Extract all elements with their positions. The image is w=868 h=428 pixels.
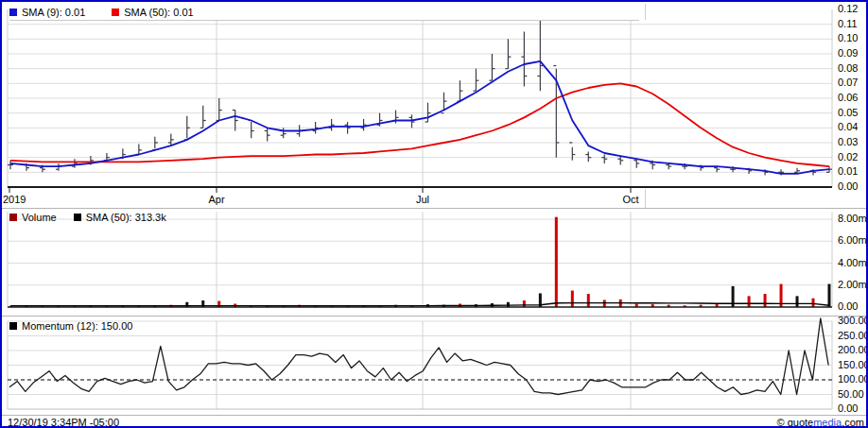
momentum-y-tick: 50.00 xyxy=(838,388,864,400)
timestamp-label: 12/30/19 3:34PM -05:00 xyxy=(8,417,119,428)
separator-price-volume xyxy=(2,208,868,209)
sma50-color-swatch-icon xyxy=(112,9,119,16)
momentum-y-tick: 300.00 xyxy=(838,315,868,326)
legend-item-volume: Volume xyxy=(9,212,57,223)
copyright-suffix: .com xyxy=(842,417,864,428)
volume-legend: Volume SMA (50): 313.3k xyxy=(9,210,166,225)
price-y-tick: 0.01 xyxy=(838,165,858,177)
x-axis-label: Jul xyxy=(408,194,437,205)
price-legend: SMA (9): 0.01 SMA (50): 0.01 xyxy=(9,5,639,21)
copyright-label: © quotemedia.com xyxy=(776,417,864,428)
momentum-y-tick: 250.00 xyxy=(838,330,868,341)
volume-color-swatch-icon xyxy=(9,214,17,221)
volume-sma50-legend-label: SMA (50): 313.3k xyxy=(86,212,166,223)
volume-legend-label: Volume xyxy=(22,212,57,223)
volume-y-tick: 2.00m xyxy=(838,279,867,290)
copyright-prefix: © quote xyxy=(776,417,813,428)
price-y-tick: 0.11 xyxy=(838,18,858,29)
volume-y-tick: 4.00m xyxy=(838,257,867,268)
axis-row-cell-divider xyxy=(645,189,646,208)
price-y-tick: 0.08 xyxy=(838,62,858,74)
price-y-tick: 0.05 xyxy=(838,107,858,118)
momentum-y-tick: 200.00 xyxy=(838,344,868,355)
price-y-tick: 0.03 xyxy=(838,136,858,147)
sma9-legend-label: SMA (9): 0.01 xyxy=(22,7,85,18)
volume-y-tick: 0.00 xyxy=(838,300,858,312)
price-y-tick: 0.00 xyxy=(838,180,858,192)
price-y-tick: 0.12 xyxy=(838,3,858,14)
separator-volume-momentum xyxy=(2,316,868,317)
momentum-legend-label: Momentum (12): 150.00 xyxy=(22,320,132,332)
legend-item-sma9: SMA (9): 0.01 xyxy=(9,7,85,18)
sma9-color-swatch-icon xyxy=(9,9,17,16)
legend-item-momentum: Momentum (12): 150.00 xyxy=(9,320,132,332)
quotemedia-brand: media xyxy=(813,417,842,428)
price-y-tick: 0.07 xyxy=(838,77,858,88)
legend-item-sma50: SMA (50): 0.01 xyxy=(112,7,193,18)
sma50-legend-label: SMA (50): 0.01 xyxy=(124,7,193,18)
stock-chart-frame: SMA (9): 0.01 SMA (50): 0.01 Volume SMA … xyxy=(0,0,868,428)
x-axis-label: 2019 xyxy=(3,194,26,205)
footer-bar: 12/30/19 3:34PM -05:00 © quotemedia.com xyxy=(2,415,868,428)
legend-item-volume-sma50: SMA (50): 313.3k xyxy=(74,212,166,223)
volume-sma50-color-swatch-icon xyxy=(74,214,81,221)
momentum-y-tick: 100.00 xyxy=(838,373,868,385)
momentum-y-tick: 150.00 xyxy=(838,359,868,370)
x-axis-label: Apr xyxy=(202,194,231,205)
momentum-legend: Momentum (12): 150.00 xyxy=(9,318,132,334)
momentum-color-swatch-icon xyxy=(9,322,17,330)
x-axis-label: Oct xyxy=(616,194,645,205)
legend-cell-divider xyxy=(645,4,646,20)
volume-y-tick: 6.00m xyxy=(838,234,867,246)
price-y-tick: 0.04 xyxy=(838,121,858,132)
price-y-tick: 0.10 xyxy=(838,32,858,43)
momentum-y-tick: 0.00 xyxy=(838,402,858,414)
price-y-tick: 0.06 xyxy=(838,92,858,103)
volume-y-tick: 8.00m xyxy=(838,213,867,224)
price-y-tick: 0.02 xyxy=(838,151,858,163)
price-y-tick: 0.09 xyxy=(838,47,858,59)
